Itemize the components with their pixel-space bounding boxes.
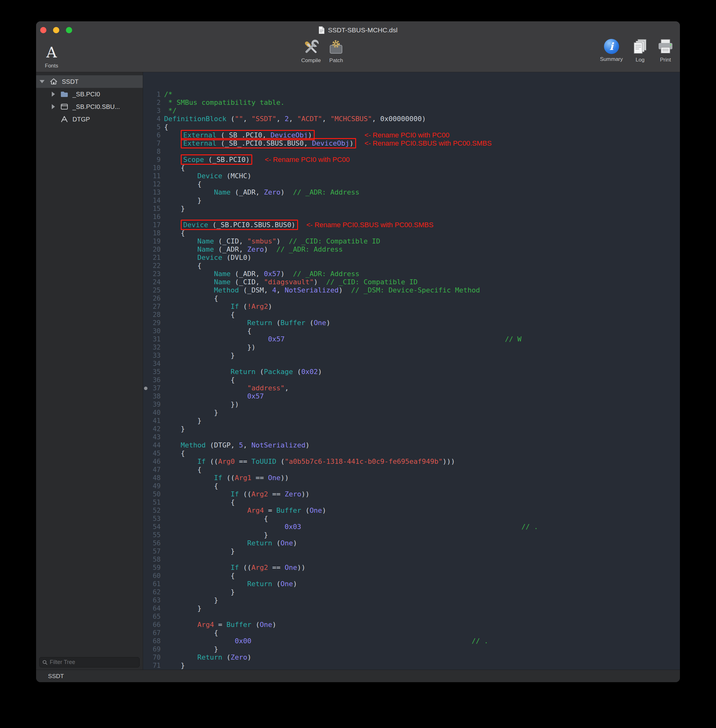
code-token: ( xyxy=(239,302,247,310)
code-line: 54 0x03 // . xyxy=(143,523,680,531)
code-line: 3 */ xyxy=(143,107,680,115)
code-token xyxy=(164,246,197,253)
code-line: 44 Method (DTGP, 5, NotSerialized) xyxy=(143,441,680,449)
code-token: Name xyxy=(197,237,214,245)
code-line: 67 { xyxy=(143,629,680,637)
code-token: "a0b5b7c6-1318-441c-b0c9-fe695eaf949b" xyxy=(285,458,442,466)
code-token xyxy=(164,294,214,302)
disclosure-triangle-closed[interactable] xyxy=(52,104,55,109)
minimize-button[interactable] xyxy=(53,27,59,33)
code-token xyxy=(164,637,235,645)
code-token: 0x57 xyxy=(264,270,281,278)
line-number: 32 xyxy=(143,343,161,352)
filter-field[interactable] xyxy=(39,657,140,667)
compile-button[interactable]: Compile xyxy=(301,39,321,67)
code-token: Arg0 xyxy=(218,458,235,466)
code-line: 18 { xyxy=(143,229,680,237)
sidebar-item-label: SSDT xyxy=(62,78,79,85)
rename-highlight-box: External (_SB_.PCI0.SBUS.BUS0, DeviceObj… xyxy=(181,138,356,149)
code-token: One xyxy=(281,580,293,588)
filter-input[interactable] xyxy=(50,659,137,666)
code-token xyxy=(164,564,231,572)
code-line: 33 } xyxy=(143,352,680,359)
sidebar-item-sb-pci0-sbus[interactable]: _SB.PCI0.SBU... xyxy=(36,100,143,113)
code-token: DeviceObj xyxy=(312,140,349,147)
code-token: ) xyxy=(318,368,322,376)
code-token: { xyxy=(164,123,168,131)
line-number: 6 xyxy=(143,131,161,140)
code-line: 21 Device (DVL0) xyxy=(143,253,680,262)
code-editor[interactable]: 1/*2 * SMBus compatibility table.3 */4De… xyxy=(143,72,680,670)
line-number: 41 xyxy=(143,417,161,425)
code-line: 66 Arg4 = Buffer (One) xyxy=(143,621,680,629)
code-token: (( xyxy=(222,474,235,482)
disclosure-triangle-closed[interactable] xyxy=(52,92,55,97)
traffic-lights xyxy=(40,27,72,33)
sidebar-item-sb-pci0[interactable]: _SB.PCI0 xyxy=(36,88,143,100)
sidebar-item-dtgp[interactable]: DTGP xyxy=(36,113,143,126)
zoom-button[interactable] xyxy=(66,27,72,33)
code-token: ( xyxy=(305,319,314,327)
code-token: 0x00 xyxy=(235,637,251,645)
line-number: 29 xyxy=(143,319,161,327)
print-button[interactable]: Print xyxy=(657,39,674,66)
code-token: , xyxy=(322,115,331,123)
code-line: 57 } xyxy=(143,547,680,555)
fonts-button[interactable]: A Fonts xyxy=(45,39,58,72)
code-line: 17 Device (_SB.PCI0.SBUS.BUS0) <- Rename… xyxy=(143,221,680,229)
line-number: 50 xyxy=(143,490,161,498)
code-line: 68 0x00 // . xyxy=(143,637,680,645)
code-token: } xyxy=(181,425,185,433)
code-token: )) xyxy=(301,490,310,498)
code-token xyxy=(164,376,231,384)
sidebar-item-label: _SB.PCI0 xyxy=(73,91,100,98)
code-line: 60 { xyxy=(143,572,680,580)
code-token: Buffer xyxy=(226,621,251,628)
line-number: 12 xyxy=(143,180,161,188)
patch-button[interactable]: Patch xyxy=(328,39,344,67)
search-icon xyxy=(42,660,48,665)
code-line: 65 xyxy=(143,613,680,621)
code-token xyxy=(285,335,505,343)
method-icon xyxy=(60,115,68,123)
code-line: 62 } xyxy=(143,588,680,596)
code-token: !Arg2 xyxy=(247,302,268,310)
code-token: */ xyxy=(164,107,177,115)
status-text: SSDT xyxy=(48,673,64,679)
rename-annotation-text: <- Rename PCI0.SBUS with PC00.SMBS xyxy=(306,221,433,229)
rename-annotation-text: <- Rename PCI0.SBUS with PC00.SMBS xyxy=(365,140,491,147)
code-token: 0x03 xyxy=(285,523,301,531)
line-number: 42 xyxy=(143,425,161,433)
code-token: } xyxy=(181,661,185,669)
rename-annotation-text: <- Rename PCI0 with PC00 xyxy=(365,131,450,139)
line-number: 24 xyxy=(143,278,161,286)
code-token: ) xyxy=(281,188,293,196)
code-token: If xyxy=(214,474,223,482)
line-number: 55 xyxy=(143,531,161,539)
line-number: 45 xyxy=(143,449,161,458)
code-token: }) xyxy=(231,400,239,408)
code-line: 26 { xyxy=(143,294,680,302)
title-bar[interactable]: SSDT-SBUS-MCHC.dsl xyxy=(36,21,680,39)
code-line: 24 Name (_CID, "diagsvault") // _CID: Co… xyxy=(143,278,680,286)
code-line: 46 If ((Arg0 == ToUUID ("a0b5b7c6-1318-4… xyxy=(143,458,680,466)
code-token: One xyxy=(281,539,293,547)
close-button[interactable] xyxy=(40,27,46,33)
code-token: External xyxy=(183,140,217,147)
line-number: 1 xyxy=(143,90,161,99)
code-token: { xyxy=(214,482,218,490)
code-token: "smbus" xyxy=(247,237,276,245)
summary-button[interactable]: i Summary xyxy=(600,39,623,65)
line-number: 56 xyxy=(143,539,161,547)
code-line: 59 If ((Arg2 == One)) xyxy=(143,564,680,572)
code-token xyxy=(164,507,247,514)
sidebar-item-ssdt[interactable]: SSDT xyxy=(36,75,143,88)
code-line: 55 } xyxy=(143,531,680,539)
code-line: 43 xyxy=(143,433,680,441)
code-token xyxy=(164,392,247,400)
log-button[interactable]: Log xyxy=(632,39,648,66)
code-token xyxy=(164,572,231,579)
compile-label: Compile xyxy=(301,58,321,64)
disclosure-triangle-open[interactable] xyxy=(39,80,44,83)
line-number: 8 xyxy=(143,147,161,156)
